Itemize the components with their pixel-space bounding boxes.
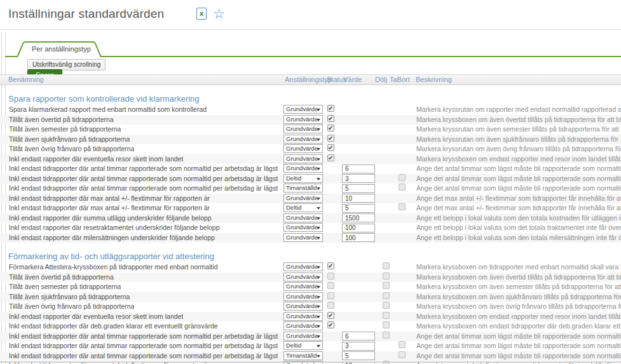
value-input[interactable] (342, 332, 375, 340)
hide-checkbox[interactable] (383, 312, 390, 319)
row-description: Markera kryssrutan om även semester till… (416, 125, 621, 135)
bottom-edge (0, 361, 621, 363)
value-input[interactable] (342, 204, 375, 213)
row-name: Inkl endast rapporter där milersättninge… (9, 233, 215, 243)
status-checkbox[interactable] (327, 125, 334, 131)
row-description: Markera kryssboxen om endast rapporter m… (416, 312, 621, 322)
column-header-tabort[interactable]: TaBort (390, 76, 410, 83)
row-name: Tillåt även semester på tidrapporterna (9, 125, 121, 135)
hide-checkbox[interactable] (383, 332, 390, 339)
chevron-down-icon (317, 178, 320, 180)
employment-type-select[interactable]: Grundvärde (283, 164, 323, 173)
status-checkbox[interactable] (327, 292, 334, 299)
employment-type-select[interactable]: Grundvärde (283, 321, 323, 330)
employment-type-select[interactable]: Grundvärde (283, 332, 323, 340)
employment-type-select[interactable]: Deltid (283, 203, 323, 212)
value-input[interactable] (342, 233, 375, 242)
value-input[interactable] (342, 342, 375, 351)
row-description: Ange det antal timmar som lägst måste bl… (416, 341, 621, 351)
row-name: Tillåt även övertid på tidrapporterna (9, 273, 114, 283)
row-description: Markera kryssrutan om även övrig frånvar… (416, 144, 621, 154)
status-checkbox[interactable] (327, 282, 334, 289)
star-icon[interactable]: ☆ (213, 8, 225, 20)
remove-checkbox[interactable] (399, 184, 406, 191)
column-header-beskrivning[interactable]: Beskrivning (416, 76, 452, 83)
row-name: Tillåt även övertid på tidrapporterna (9, 115, 114, 125)
column-header-anstallningstyp[interactable]: Anställningstyp (285, 76, 332, 83)
row-description: Markera kryssboxen om även övertid tillå… (416, 115, 621, 125)
status-checkbox[interactable] (327, 312, 334, 319)
value-input[interactable] (342, 194, 375, 203)
employment-type-select[interactable]: Grundvärde (283, 154, 323, 163)
employment-type-select[interactable]: Grundvärde (283, 312, 323, 321)
column-header-dolj[interactable]: Dölj (375, 76, 387, 83)
employment-type-select[interactable]: Grundvärde (283, 105, 323, 114)
chevron-down-icon (317, 286, 320, 288)
row-name: Inkl endast tidrapporter där antal timma… (9, 164, 278, 174)
status-checkbox[interactable] (327, 154, 334, 161)
chevron-down-icon (317, 345, 320, 347)
employment-type-select[interactable]: Deltid (283, 174, 323, 183)
value-input[interactable] (342, 351, 375, 360)
table-body: Spara rapporter som kontrollerade vid kl… (0, 85, 621, 364)
table-row: Inkl endast rapporter där milersättninge… (0, 233, 621, 243)
table-row: Tillåt även sjukfrånvaro på tidrapporter… (0, 135, 621, 145)
status-checkbox[interactable] (327, 321, 334, 328)
row-name: Tillåt även semester på tidrapporterna (9, 282, 121, 292)
employment-type-select[interactable]: Deltid (283, 341, 323, 350)
hide-checkbox[interactable] (383, 321, 390, 328)
remove-checkbox[interactable] (399, 341, 406, 348)
employment-type-select[interactable]: Grundvärde (283, 194, 323, 203)
row-name: Inkl endast rapporter där resetraktament… (9, 223, 220, 233)
hide-checkbox[interactable] (383, 262, 390, 269)
employment-type-select[interactable]: Grundvärde (283, 262, 323, 271)
hide-checkbox[interactable] (383, 273, 390, 280)
status-checkbox[interactable] (327, 273, 334, 280)
remove-checkbox[interactable] (399, 203, 406, 210)
table-row: Inkl endast tidrapporter där max antal +… (0, 194, 621, 204)
chevron-down-icon (317, 109, 320, 111)
employment-type-select[interactable]: Timanställd (283, 351, 323, 360)
status-checkbox[interactable] (327, 115, 334, 122)
chevron-down-icon (317, 119, 320, 121)
employment-type-select[interactable]: Grundvärde (283, 233, 323, 242)
value-input[interactable] (342, 165, 375, 173)
column-header-benamning[interactable]: Benämning (8, 76, 44, 83)
employment-type-select[interactable]: Grundvärde (283, 115, 323, 124)
chevron-down-icon (317, 296, 320, 299)
status-checkbox[interactable] (327, 144, 334, 151)
employment-type-select[interactable]: Grundvärde (283, 302, 323, 311)
employment-type-select[interactable]: Grundvärde (283, 292, 323, 301)
employment-type-select[interactable]: Grundvärde (283, 135, 323, 144)
status-checkbox[interactable] (327, 262, 334, 269)
value-input[interactable] (342, 224, 375, 233)
hide-checkbox[interactable] (383, 302, 390, 309)
employment-type-select[interactable]: Timanställd (283, 184, 323, 192)
employment-type-select[interactable]: Grundvärde (283, 282, 323, 291)
hide-checkbox[interactable] (383, 282, 390, 289)
hide-checkbox[interactable] (383, 292, 390, 299)
row-name: Tillåt även sjukfrånvaro på tidrapporter… (9, 135, 130, 145)
remove-checkbox[interactable] (399, 174, 406, 181)
employment-type-select[interactable]: Grundvärde (283, 213, 323, 222)
row-name: Spara klarmarkerad rapport med enbart no… (9, 105, 207, 115)
row-name: Inkl endast rapporter där eventuella res… (9, 312, 183, 322)
tab-per-anstallningstyp[interactable]: Per anställningstyp (17, 41, 106, 57)
value-input[interactable] (342, 174, 375, 183)
excel-export-icon[interactable]: x (196, 8, 207, 20)
status-checkbox[interactable] (327, 302, 334, 309)
employment-type-select[interactable]: Grundvärde (283, 273, 323, 281)
row-name: Inkl endast tidrapporter där antal timma… (9, 332, 278, 342)
status-checkbox[interactable] (327, 105, 334, 112)
row-description: Markera kryssrutan om även sjukfrånvaro … (416, 135, 621, 145)
employment-type-select[interactable]: Grundvärde (283, 125, 323, 133)
remove-checkbox[interactable] (399, 351, 406, 358)
value-input[interactable] (342, 213, 375, 222)
page-title: Inställningar standardvärden (8, 7, 164, 21)
status-checkbox[interactable] (327, 135, 334, 142)
column-header-varde[interactable]: Värde (343, 76, 362, 83)
value-input[interactable] (342, 184, 375, 193)
row-description: Markera kryssboxen om endast rapporter m… (416, 154, 621, 165)
employment-type-select[interactable]: Grundvärde (283, 223, 323, 232)
employment-type-select[interactable]: Grundvärde (283, 144, 323, 153)
